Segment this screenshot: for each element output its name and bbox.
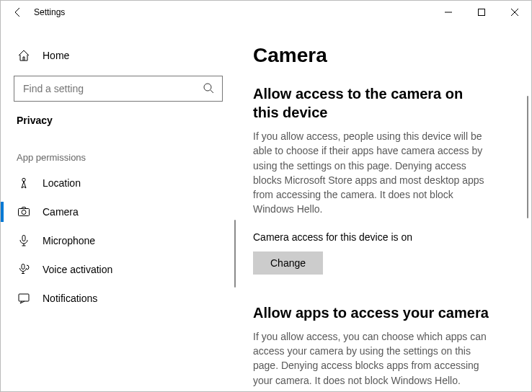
titlebar: Settings: [1, 1, 531, 24]
section-body: If you allow access, people using this d…: [253, 129, 495, 217]
content-area: Camera Allow access to the camera on thi…: [236, 24, 531, 391]
minimize-button[interactable]: [432, 1, 465, 24]
page-title: Camera: [253, 44, 515, 67]
close-button[interactable]: [498, 1, 531, 24]
svg-point-1: [204, 84, 211, 91]
camera-access-status: Camera access for this device is on: [253, 231, 515, 243]
sidebar-item-voice-activation[interactable]: Voice activation: [1, 255, 236, 284]
location-icon: [17, 176, 31, 190]
svg-point-2: [22, 178, 25, 181]
nav-home[interactable]: Home: [1, 41, 236, 70]
maximize-button[interactable]: [465, 1, 498, 24]
nav-home-label: Home: [43, 50, 69, 61]
sidebar-item-label: Location: [43, 177, 81, 189]
sidebar-item-label: Microphone: [43, 235, 95, 246]
sidebar-item-notifications[interactable]: Notifications: [1, 284, 236, 313]
svg-rect-5: [22, 236, 25, 241]
svg-rect-6: [22, 264, 25, 270]
section-body: If you allow access, you can choose whic…: [253, 329, 495, 388]
sidebar-item-label: Camera: [43, 206, 79, 218]
svg-rect-7: [19, 294, 29, 301]
sidebar-item-microphone[interactable]: Microphone: [1, 226, 236, 255]
group-label: App permissions: [1, 130, 236, 169]
camera-icon: [17, 205, 31, 219]
sidebar-item-label: Voice activation: [43, 264, 112, 275]
svg-rect-0: [479, 9, 485, 16]
sidebar-item-camera[interactable]: Camera: [1, 197, 236, 226]
section-heading: Allow apps to access your camera: [253, 303, 515, 322]
sidebar: Home Privacy App permissions Location: [1, 24, 236, 391]
voice-icon: [17, 262, 31, 277]
notifications-icon: [17, 291, 31, 306]
category-label: Privacy: [1, 102, 236, 130]
svg-point-4: [22, 210, 26, 215]
section-heading: Allow access to the camera on this devic…: [253, 84, 476, 122]
home-icon: [17, 48, 31, 63]
change-button[interactable]: Change: [253, 251, 323, 275]
back-button[interactable]: [11, 1, 25, 24]
sidebar-item-label: Notifications: [43, 293, 97, 304]
search-icon: [203, 83, 215, 94]
sidebar-item-location[interactable]: Location: [1, 169, 236, 197]
search-box[interactable]: [14, 76, 223, 102]
content-scrollbar[interactable]: [527, 96, 528, 218]
search-input[interactable]: [22, 82, 203, 95]
window-title: Settings: [34, 7, 65, 17]
microphone-icon: [17, 233, 31, 248]
